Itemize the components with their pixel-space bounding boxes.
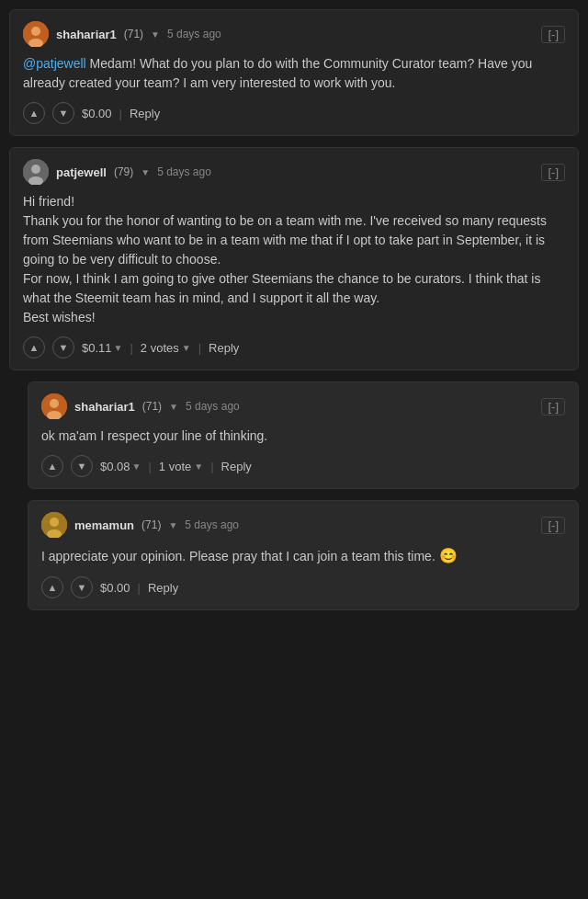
dropdown-arrow-3[interactable]: ▼ [169,402,178,412]
mention-1[interactable]: @patjewell [23,56,86,71]
svg-point-4 [31,165,40,174]
body-text-1: Medam! What do you plan to do with the C… [23,56,532,90]
payout-2[interactable]: $0.11 ▼ [82,341,122,355]
downvote-button-4[interactable]: ▼ [71,576,93,598]
collapse-button-4[interactable]: [-] [541,517,565,534]
username-2[interactable]: patjewell [56,165,107,179]
emoji-smile: 😊 [439,548,458,563]
votes-2[interactable]: 2 votes ▼ [141,341,191,355]
payout-3[interactable]: $0.08 ▼ [100,460,141,473]
comment-footer-4: ▲ ▼ $0.00 | Reply [41,576,565,598]
divider-votes-2: | [130,341,132,355]
timestamp-1: 5 days ago [167,28,221,40]
comment-header-left-3: shahariar1 (71) ▼ 5 days ago [41,393,240,419]
downvote-button-2[interactable]: ▼ [52,336,74,358]
comment-footer-3: ▲ ▼ $0.08 ▼ | 1 vote ▼ | Reply [41,455,565,477]
payout-dropdown-arrow-3[interactable]: ▼ [132,461,141,472]
collapse-button-3[interactable]: [-] [541,398,565,415]
comment-body-1: @patjewell Medam! What do you plan to do… [23,54,565,93]
downvote-button-1[interactable]: ▼ [52,102,74,124]
username-3[interactable]: shahariar1 [74,400,135,414]
upvote-button-3[interactable]: ▲ [41,455,63,477]
comment-header-1: shahariar1 (71) ▼ 5 days ago [-] [23,21,565,47]
collapse-button-2[interactable]: [-] [541,164,565,181]
comment-header-4: memamun (71) ▼ 5 days ago [-] [41,512,565,538]
votes-dropdown-arrow-2[interactable]: ▼ [182,343,191,353]
comment-header-2: patjewell (79) ▼ 5 days ago [-] [23,159,565,185]
avatar-shahariar1-3 [41,393,67,419]
divider-4: | [138,581,141,595]
comment-header-left-1: shahariar1 (71) ▼ 5 days ago [23,21,221,47]
dropdown-arrow-4[interactable]: ▼ [168,520,177,530]
divider-1: | [119,107,122,120]
avatar-patjewell [23,159,49,185]
comment-card-2: patjewell (79) ▼ 5 days ago [-] Hi frien… [9,147,579,370]
avatar-shahariar1-1 [23,21,49,47]
comment-header-left-2: patjewell (79) ▼ 5 days ago [23,159,211,185]
payout-4[interactable]: $0.00 [100,581,130,595]
divider-2: | [198,341,201,355]
dropdown-arrow-2[interactable]: ▼ [141,167,150,177]
comment-card-3: shahariar1 (71) ▼ 5 days ago [-] ok ma'a… [28,381,579,489]
reputation-2: (79) [114,165,133,178]
username-4[interactable]: memamun [74,518,134,532]
comment-body-3: ok ma'am I respect your line of thinking… [41,427,565,446]
reputation-3: (71) [142,400,162,413]
upvote-button-1[interactable]: ▲ [23,102,45,124]
username-1[interactable]: shahariar1 [56,28,117,41]
body-line-2-3: Best wishes! [23,308,565,327]
comment-footer-1: ▲ ▼ $0.00 | Reply [23,102,565,124]
reply-button-2[interactable]: Reply [209,341,239,355]
comment-card-4: memamun (71) ▼ 5 days ago [-] I apprecia… [28,500,579,610]
reply-button-1[interactable]: Reply [130,107,160,120]
reputation-4: (71) [141,518,161,531]
avatar-memamun [41,512,67,538]
upvote-button-2[interactable]: ▲ [23,336,45,358]
body-text-3: ok ma'am I respect your line of thinking… [41,428,267,443]
upvote-button-4[interactable]: ▲ [41,576,63,598]
comment-footer-2: ▲ ▼ $0.11 ▼ | 2 votes ▼ | Reply [23,336,565,358]
payout-dropdown-arrow-2[interactable]: ▼ [114,343,123,353]
comment-header-left-4: memamun (71) ▼ 5 days ago [41,512,239,538]
reply-button-4[interactable]: Reply [148,581,178,595]
svg-point-1 [31,27,40,36]
svg-point-7 [50,399,59,408]
divider-votes-3: | [148,460,151,473]
timestamp-2: 5 days ago [157,165,211,178]
reputation-1: (71) [124,28,143,40]
collapse-button-1[interactable]: [-] [541,26,565,43]
comment-header-3: shahariar1 (71) ▼ 5 days ago [-] [41,393,565,419]
comment-body-2: Hi friend! Thank you for the honor of wa… [23,192,565,327]
divider-3: | [210,460,213,473]
downvote-button-3[interactable]: ▼ [71,455,93,477]
payout-1[interactable]: $0.00 [82,107,112,120]
reply-button-3[interactable]: Reply [221,460,252,473]
body-line-2-0: Hi friend! [23,192,565,211]
dropdown-arrow-1[interactable]: ▼ [151,29,160,40]
comment-card-1: shahariar1 (71) ▼ 5 days ago [-] @patjew… [9,9,579,136]
timestamp-3: 5 days ago [186,400,240,413]
comment-body-4: I appreciate your opinion. Please pray t… [41,545,565,567]
timestamp-4: 5 days ago [185,518,239,531]
body-line-2-1: Thank you for the honor of wanting to be… [23,211,565,269]
svg-point-10 [50,518,59,527]
body-text-4: I appreciate your opinion. Please pray t… [41,549,458,563]
body-line-2-2: For now, I think I am going to give othe… [23,269,565,308]
votes-dropdown-arrow-3[interactable]: ▼ [194,461,203,472]
votes-3[interactable]: 1 vote ▼ [159,460,203,473]
